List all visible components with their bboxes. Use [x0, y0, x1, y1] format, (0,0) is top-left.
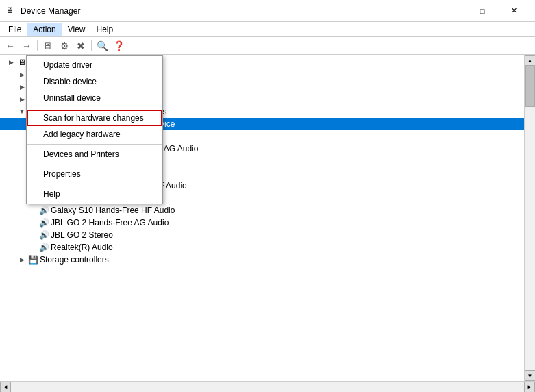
- toolbar: ← → 🖥 ⚙ ✖ 🔍 ❓: [0, 37, 535, 55]
- scroll-left-arrow[interactable]: ◄: [0, 382, 11, 393]
- title-bar-left: 🖥 Device Manager: [5, 5, 80, 16]
- minimize-button[interactable]: —: [435, 0, 466, 22]
- app-icon: 🖥: [5, 5, 16, 16]
- tree-expand-icon[interactable]: ▶: [5, 57, 16, 68]
- tree-item[interactable]: ▶ 💾 Storage controllers: [0, 254, 524, 266]
- dropdown-menu: Update driverDisable deviceUninstall dev…: [26, 55, 163, 204]
- dropdown-item-scan-hardware[interactable]: Scan for hardware changes: [27, 110, 162, 126]
- main-content: ▶ 🖥 DESKTOP-... ▶ 🔒 Security devices ▶ ⚙…: [0, 55, 535, 381]
- dropdown-item-properties[interactable]: Properties: [27, 166, 162, 182]
- tree-expand-icon[interactable]: [27, 242, 38, 253]
- dropdown-separator: [27, 144, 162, 145]
- dropdown-item-update-driver[interactable]: Update driver: [27, 57, 162, 73]
- tree-device-icon: 💾: [27, 254, 38, 265]
- scroll-track[interactable]: [525, 66, 535, 370]
- tree-item[interactable]: 🔊 Galaxy S10 Hands-Free HF Audio: [0, 204, 524, 217]
- scrollbar-right: ▲ ▼: [524, 55, 535, 381]
- tree-item-label: JBL GO 2 Hands-Free AG Audio: [51, 218, 169, 228]
- toolbar-back[interactable]: ←: [3, 38, 18, 53]
- scroll-up-arrow[interactable]: ▲: [525, 55, 536, 66]
- menu-view[interactable]: View: [62, 23, 91, 36]
- dropdown-separator: [27, 184, 162, 184]
- menu-file[interactable]: File: [3, 23, 27, 36]
- title-bar-controls: — □ ✕: [435, 0, 530, 22]
- scrollbar-bottom: ◄ ►: [0, 381, 535, 392]
- tree-device-icon: 🔊: [38, 205, 49, 216]
- toolbar-sep-2: [91, 40, 92, 51]
- tree-device-icon: 🔊: [38, 242, 49, 253]
- toolbar-settings[interactable]: ⚙: [57, 38, 72, 53]
- tree-expand-icon[interactable]: ▶: [16, 254, 27, 265]
- tree-expand-icon[interactable]: [27, 230, 38, 241]
- tree-item[interactable]: 🔊 JBL GO 2 Stereo: [0, 229, 524, 241]
- scroll-right-arrow[interactable]: ►: [524, 382, 535, 393]
- maximize-button[interactable]: □: [466, 0, 498, 22]
- dropdown-item-devices-printers[interactable]: Devices and Printers: [27, 146, 162, 162]
- scroll-down-arrow[interactable]: ▼: [525, 370, 536, 381]
- close-button[interactable]: ✕: [498, 0, 530, 22]
- toolbar-delete[interactable]: ✖: [73, 38, 88, 53]
- tree-device-icon: 🔊: [38, 217, 49, 228]
- toolbar-help[interactable]: ❓: [111, 38, 126, 53]
- tree-device-icon: 🔊: [38, 230, 49, 241]
- tree-expand-icon[interactable]: [27, 217, 38, 228]
- dropdown-separator: [27, 164, 162, 164]
- toolbar-search[interactable]: 🔍: [95, 38, 110, 53]
- tree-item[interactable]: 🔊 Realtek(R) Audio: [0, 241, 524, 254]
- tree-item-label: Storage controllers: [40, 255, 109, 265]
- tree-item-label: Galaxy S10 Hands-Free HF Audio: [51, 206, 175, 215]
- toolbar-computer[interactable]: 🖥: [40, 38, 55, 53]
- toolbar-forward[interactable]: →: [19, 38, 34, 53]
- scroll-bottom-track[interactable]: [11, 382, 524, 392]
- toolbar-sep-1: [37, 40, 38, 51]
- menu-help[interactable]: Help: [91, 23, 119, 36]
- tree-item[interactable]: 🔊 JBL GO 2 Hands-Free AG Audio: [0, 217, 524, 229]
- dropdown-separator: [27, 108, 162, 108]
- dropdown-item-disable-device[interactable]: Disable device: [27, 73, 162, 90]
- title-bar-title: Device Manager: [21, 6, 80, 16]
- tree-item-label: JBL GO 2 Stereo: [51, 230, 113, 240]
- tree-expand-icon[interactable]: [27, 205, 38, 216]
- dropdown-item-uninstall-device[interactable]: Uninstall device: [27, 90, 162, 106]
- dropdown-item-add-legacy[interactable]: Add legacy hardware: [27, 126, 162, 143]
- menu-bar: File Action View Help: [0, 22, 535, 37]
- dropdown-item-help[interactable]: Help: [27, 186, 162, 202]
- tree-item-label: Realtek(R) Audio: [51, 243, 113, 252]
- menu-action[interactable]: Action: [27, 23, 62, 36]
- scroll-thumb[interactable]: [525, 66, 535, 107]
- title-bar: 🖥 Device Manager — □ ✕: [0, 0, 535, 22]
